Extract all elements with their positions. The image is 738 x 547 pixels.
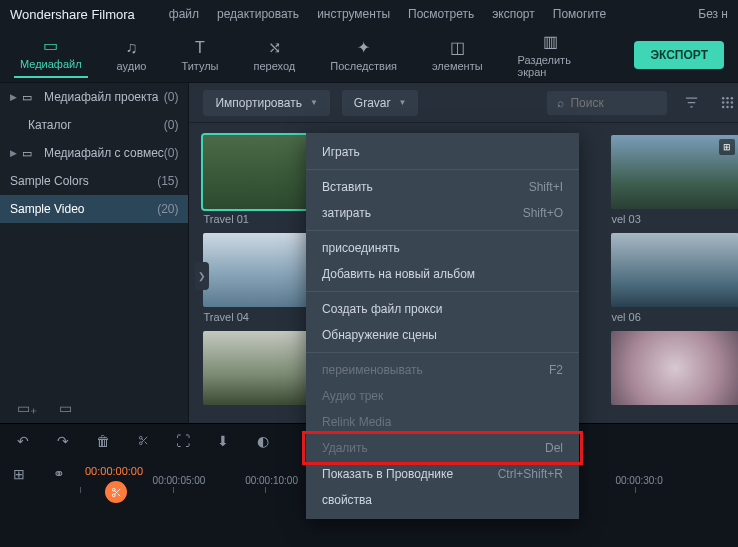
sidebar-item-label: Sample Video bbox=[10, 202, 157, 216]
tab-effects[interactable]: ✦ Последствия bbox=[324, 35, 403, 76]
new-folder-plus-icon[interactable]: ▭₊ bbox=[18, 399, 36, 417]
svg-point-3 bbox=[722, 101, 725, 104]
tab-media[interactable]: ▭ Медиафайл bbox=[14, 33, 88, 78]
grid-view-icon[interactable] bbox=[715, 91, 738, 115]
tab-audio[interactable]: ♫ аудио bbox=[111, 35, 153, 76]
menu-export[interactable]: экспорт bbox=[492, 7, 535, 21]
import-label: Импортировать bbox=[215, 96, 301, 110]
context-menu-item[interactable]: ВставитьShift+I bbox=[306, 174, 579, 200]
menu-item-label: Вставить bbox=[322, 180, 529, 194]
svg-point-15 bbox=[112, 493, 115, 496]
sidebar-item-label: Медиафайл проекта bbox=[44, 90, 164, 104]
thumbnail-image[interactable] bbox=[611, 331, 738, 405]
context-menu: ИгратьВставитьShift+IзатиратьShift+Oприс… bbox=[306, 133, 579, 519]
text-icon: T bbox=[191, 39, 209, 57]
tab-elements-label: элементы bbox=[432, 60, 483, 72]
search-input[interactable] bbox=[570, 96, 650, 110]
search-box[interactable]: ⌕ bbox=[547, 91, 667, 115]
thumbnail-label: vel 03 bbox=[611, 213, 738, 225]
download-icon[interactable]: ⬇ bbox=[214, 432, 232, 450]
menu-item-label: Обнаружение сцены bbox=[322, 328, 563, 342]
ruler-tick-label: 00:00:30:0 bbox=[615, 475, 662, 486]
svg-point-8 bbox=[731, 106, 734, 109]
tab-split-label: Разделить экран bbox=[518, 54, 583, 78]
crop-icon[interactable]: ⛶ bbox=[174, 432, 192, 450]
context-menu-item[interactable]: Создать файл прокси bbox=[306, 296, 579, 322]
menu-item-label: Добавить на новый альбом bbox=[322, 267, 563, 281]
playhead[interactable] bbox=[105, 481, 127, 503]
context-menu-item[interactable]: свойства bbox=[306, 487, 579, 513]
menu-file[interactable]: файл bbox=[169, 7, 199, 21]
context-menu-item[interactable]: Обнаружение сцены bbox=[306, 322, 579, 348]
media-thumbnail[interactable]: vel 06 bbox=[611, 233, 738, 323]
sidebar-item-catalog[interactable]: Каталог (0) bbox=[0, 111, 188, 139]
new-folder-icon[interactable]: ▭ bbox=[56, 399, 74, 417]
export-button[interactable]: ЭКСПОРТ bbox=[634, 41, 724, 69]
svg-point-14 bbox=[112, 488, 115, 491]
adjust-icon[interactable]: ◐ bbox=[254, 432, 272, 450]
sidebar-item-sample-colors[interactable]: Sample Colors (15) bbox=[0, 167, 188, 195]
sidebar-item-sample-video[interactable]: Sample Video (20) bbox=[0, 195, 188, 223]
svg-point-9 bbox=[139, 436, 142, 439]
menu-tools[interactable]: инструменты bbox=[317, 7, 390, 21]
chevron-down-icon: ▼ bbox=[310, 98, 318, 107]
search-icon: ⌕ bbox=[557, 96, 564, 110]
sidebar-item-shared-media[interactable]: ▶ ▭ Медиафайл с совмес (0) bbox=[0, 139, 188, 167]
playhead-scissors-icon bbox=[105, 481, 127, 503]
link-icon[interactable]: ⚭ bbox=[50, 465, 68, 483]
cut-icon[interactable] bbox=[134, 432, 152, 450]
tab-effects-label: Последствия bbox=[330, 60, 397, 72]
menu-view[interactable]: Посмотреть bbox=[408, 7, 474, 21]
sidebar-item-count: (0) bbox=[164, 90, 179, 104]
delete-icon[interactable]: 🗑 bbox=[94, 432, 112, 450]
thumbnail-label: vel 06 bbox=[611, 311, 738, 323]
tab-elements[interactable]: ◫ элементы bbox=[426, 35, 489, 76]
redo-icon[interactable]: ↷ bbox=[54, 432, 72, 450]
import-dropdown[interactable]: Импортировать ▼ bbox=[203, 90, 329, 116]
menu-item-label: Играть bbox=[322, 145, 563, 159]
sidebar-item-project-media[interactable]: ▶ ▭ Медиафайл проекта (0) bbox=[0, 83, 188, 111]
context-menu-item[interactable]: Показать в ПроводникеCtrl+Shift+R bbox=[306, 461, 579, 487]
panel-expand-handle[interactable]: ❯ bbox=[195, 262, 209, 290]
undo-icon[interactable]: ↶ bbox=[14, 432, 32, 450]
folder-icon: ▭ bbox=[42, 37, 60, 55]
tab-titles[interactable]: T Титулы bbox=[175, 35, 224, 76]
menu-edit[interactable]: редактировать bbox=[217, 7, 299, 21]
menu-item-label: Создать файл прокси bbox=[322, 302, 563, 316]
ruler-tick-label: 00:00:10:00 bbox=[245, 475, 298, 486]
svg-line-13 bbox=[141, 439, 143, 441]
thumbnail-image[interactable] bbox=[611, 233, 738, 307]
context-menu-item: УдалитьDel bbox=[306, 435, 579, 461]
tab-titles-label: Титулы bbox=[181, 60, 218, 72]
tab-splitscreen[interactable]: ▥ Разделить экран bbox=[512, 29, 589, 82]
svg-line-18 bbox=[114, 490, 116, 492]
sidebar: ▶ ▭ Медиафайл проекта (0) Каталог (0) ▶ … bbox=[0, 83, 189, 423]
svg-point-1 bbox=[726, 97, 729, 100]
filter-icon[interactable] bbox=[679, 91, 703, 115]
svg-point-7 bbox=[726, 106, 729, 109]
context-menu-item[interactable]: Играть bbox=[306, 139, 579, 165]
svg-point-4 bbox=[726, 101, 729, 104]
chevron-right-icon: ▶ bbox=[10, 92, 22, 102]
context-menu-item[interactable]: затиратьShift+O bbox=[306, 200, 579, 226]
split-icon: ▥ bbox=[541, 33, 559, 51]
media-thumbnail[interactable]: ⊞vel 03 bbox=[611, 135, 738, 225]
svg-point-2 bbox=[731, 97, 734, 100]
add-track-icon[interactable]: ⊞ bbox=[10, 465, 28, 483]
menu-item-label: Показать в Проводнике bbox=[322, 467, 498, 481]
thumbnail-image[interactable]: ⊞ bbox=[611, 135, 738, 209]
context-menu-item: переименовыватьF2 bbox=[306, 357, 579, 383]
context-menu-item[interactable]: Добавить на новый альбом bbox=[306, 261, 579, 287]
folder-icon: ▭ bbox=[22, 91, 38, 104]
svg-point-10 bbox=[139, 442, 142, 445]
sidebar-item-count: (15) bbox=[157, 174, 178, 188]
svg-point-6 bbox=[722, 106, 725, 109]
media-thumbnail[interactable] bbox=[611, 331, 738, 421]
toolbar: ▭ Медиафайл ♫ аудио T Титулы ⤭ переход ✦… bbox=[0, 28, 738, 83]
filmstrip-icon: ⊞ bbox=[719, 139, 735, 155]
context-menu-item[interactable]: присоединять bbox=[306, 235, 579, 261]
menu-help[interactable]: Помогите bbox=[553, 7, 606, 21]
menu-item-label: Удалить bbox=[322, 441, 545, 455]
record-dropdown[interactable]: Gravar ▼ bbox=[342, 90, 419, 116]
tab-transition[interactable]: ⤭ переход bbox=[248, 35, 302, 76]
